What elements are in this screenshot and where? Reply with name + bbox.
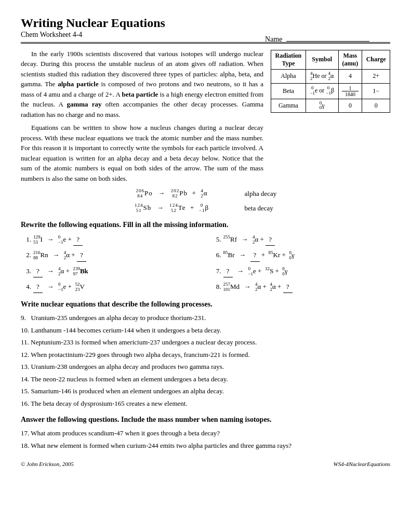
problem-6: 6. 85 Br → ? + 85 Kr + 00γ bbox=[211, 249, 391, 261]
list-item: 12. When protactinium-229 goes through t… bbox=[21, 350, 390, 360]
beta-decay-equation: 12451Sb → 12452Te + 0−1β bbox=[115, 203, 229, 214]
intro-text: In the early 1900s scientists discovered… bbox=[21, 49, 263, 184]
problem-8: 8. 257101Md → 42α + 42α + ? bbox=[211, 281, 391, 293]
problem-1: 1. 12953I → 0−1e + ? bbox=[21, 233, 201, 246]
radiation-beta: Beta bbox=[271, 83, 306, 99]
list-item: 10. Lanthanum -144 becomes cerium-144 wh… bbox=[21, 325, 390, 336]
equation-section: 20684Po → 20282Pb + 42α alpha decay 1245… bbox=[21, 189, 390, 214]
list-item: 14. The neon-22 nucleus is formed when a… bbox=[21, 374, 390, 384]
problem-4: 4. ? → 0−1e + 5223V bbox=[21, 281, 201, 293]
beta-decay-label: beta decay bbox=[245, 204, 297, 212]
problems-grid: 1. 12953I → 0−1e + ? 5. 255 Rf → 42α + ?… bbox=[21, 233, 390, 294]
problem-5: 5. 255 Rf → 42α + ? bbox=[211, 233, 391, 246]
list-item: 16. The beta decay of dysprosium-165 cre… bbox=[21, 398, 390, 409]
alpha-decay-equation: 20684Po → 20282Pb + 42α bbox=[115, 189, 229, 199]
list-item: 18. What new element is formed when curi… bbox=[21, 441, 390, 451]
gamma-symbol: 00γ bbox=[306, 99, 338, 113]
section1-header: Rewrite the following equations. Fill in… bbox=[21, 221, 390, 229]
alpha-charge: 2+ bbox=[362, 69, 390, 83]
word-problems-list: 9. Uranium-235 undergoes an alpha decay … bbox=[21, 313, 390, 408]
footer: © John Erickson, 2005 WS4-4NuclearEquati… bbox=[21, 461, 390, 467]
beta-decay-row: 12451Sb → 12452Te + 0−1β beta decay bbox=[21, 203, 390, 214]
gamma-charge: 0 bbox=[362, 99, 390, 113]
list-item: 15. Samarium-146 is produced when an ele… bbox=[21, 386, 390, 396]
section2-header: Write nuclear equations that describe th… bbox=[21, 300, 390, 309]
col-charge: Charge bbox=[362, 50, 390, 69]
col-mass: Mass(amu) bbox=[338, 50, 362, 69]
problem-2: 2. 21688Rn → 42α + ? bbox=[21, 249, 201, 261]
col-symbol: Symbol bbox=[306, 50, 338, 69]
answer-questions-list: 17. What atom produces scandium-47 when … bbox=[21, 428, 390, 450]
name-label: Name bbox=[265, 35, 369, 44]
gamma-mass: 0 bbox=[338, 99, 362, 113]
table-row: Alpha 42He or 42α 4 2+ bbox=[271, 69, 390, 83]
table-row: Beta 0−1e or 0−1β 11840 1− bbox=[271, 83, 390, 99]
beta-mass: 11840 bbox=[338, 83, 362, 99]
problem-3: 3. ? → 42α + 23997Bk bbox=[21, 265, 201, 277]
radiation-gamma: Gamma bbox=[271, 99, 306, 113]
alpha-symbol: 42He or 42α bbox=[306, 69, 338, 83]
section3-header: Answer the following questions. Include … bbox=[21, 416, 390, 424]
alpha-decay-label: alpha decay bbox=[245, 190, 297, 198]
footer-left: © John Erickson, 2005 bbox=[21, 461, 74, 467]
list-item: 9. Uranium-235 undergoes an alpha decay … bbox=[21, 313, 390, 323]
list-item: 13. Uranium-238 undergoes an alpha decay… bbox=[21, 362, 390, 372]
table-row: Gamma 00γ 0 0 bbox=[271, 99, 390, 113]
alpha-mass: 4 bbox=[338, 69, 362, 83]
list-item: 11. Neptunium-233 is formed when americi… bbox=[21, 337, 390, 348]
intro-section: In the early 1900s scientists discovered… bbox=[21, 49, 390, 184]
beta-symbol: 0−1e or 0−1β bbox=[306, 83, 338, 99]
col-radiation-type: RadiationType bbox=[271, 50, 306, 69]
footer-right: WS4-4NuclearEquations bbox=[334, 461, 390, 467]
page-title: Writing Nuclear Equations bbox=[21, 16, 390, 31]
beta-charge: 1− bbox=[362, 83, 390, 99]
list-item: 17. What atom produces scandium-47 when … bbox=[21, 428, 390, 438]
radiation-alpha: Alpha bbox=[271, 69, 306, 83]
radiation-table-container: RadiationType Symbol Mass(amu) Charge Al… bbox=[271, 49, 390, 184]
radiation-table: RadiationType Symbol Mass(amu) Charge Al… bbox=[271, 50, 390, 113]
problem-7: 7. ? → 0−1e + 32 S + 00γ bbox=[211, 265, 391, 277]
alpha-decay-row: 20684Po → 20282Pb + 42α alpha decay bbox=[21, 189, 390, 199]
